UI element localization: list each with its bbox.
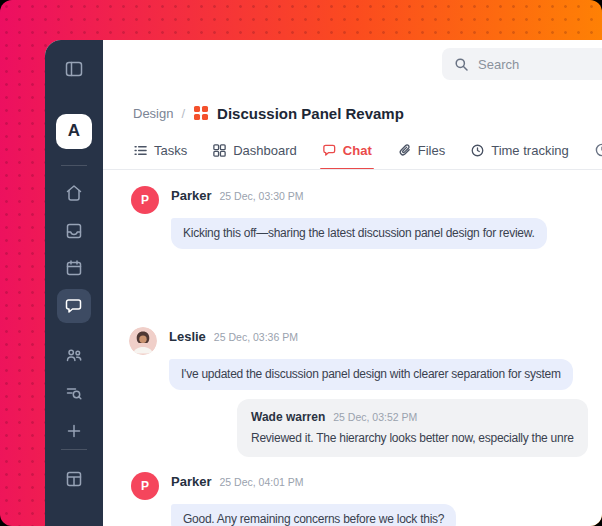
main-content: Design / Discussion Panel Revamp [103, 40, 602, 526]
reply-timestamp: 25 Dec, 03:52 PM [333, 411, 417, 423]
sidebar-divider [61, 165, 87, 166]
inbox-icon[interactable] [57, 214, 91, 248]
tab-files[interactable]: Files [397, 143, 445, 158]
history-clock-icon[interactable] [594, 142, 602, 158]
search-icon [454, 57, 468, 71]
message-bubble: Kicking this off—sharing the latest disc… [171, 218, 547, 249]
message-author: Parker [171, 188, 211, 203]
message: P Parker 25 Dec, 03:30 PM Kicking this o… [131, 188, 547, 249]
team-icon[interactable] [57, 339, 91, 373]
workspace-logo[interactable]: A [56, 114, 92, 150]
breadcrumb: Design / Discussion Panel Revamp [133, 104, 602, 122]
message: Leslie 25 Dec, 03:36 PM I've updated the… [129, 329, 573, 390]
tab-tasks[interactable]: Tasks [133, 143, 187, 158]
dashboard-grid-icon [212, 143, 227, 158]
project-grid-icon [193, 105, 209, 121]
message-bubble: I've updated the discussion panel design… [169, 359, 573, 390]
reply-bubble: Wade warren 25 Dec, 03:52 PM Reviewed it… [237, 399, 588, 457]
tab-dashboard[interactable]: Dashboard [212, 143, 297, 158]
paperclip-icon [397, 143, 412, 158]
message-author: Leslie [169, 329, 206, 344]
tab-chat[interactable]: Chat [322, 143, 372, 158]
message-author: Parker [171, 474, 211, 489]
message-timestamp: 25 Dec, 03:36 PM [214, 331, 298, 343]
board-icon[interactable] [57, 462, 91, 496]
tasks-list-icon [133, 143, 148, 158]
message-timestamp: 25 Dec, 04:01 PM [219, 476, 303, 488]
chat-area: P Parker 25 Dec, 03:30 PM Kicking this o… [103, 170, 602, 526]
breadcrumb-parent[interactable]: Design [133, 106, 173, 121]
message-bubble: Good. Any remaining concerns before we l… [171, 504, 456, 526]
search-input[interactable] [476, 56, 602, 73]
home-icon[interactable] [57, 176, 91, 210]
reply-author: Wade warren [251, 410, 325, 424]
topbar [103, 40, 602, 80]
calendar-icon[interactable] [57, 251, 91, 285]
message: P Parker 25 Dec, 04:01 PM Good. Any rema… [131, 474, 456, 526]
chat-icon[interactable] [57, 289, 91, 323]
sidebar: A [45, 40, 103, 526]
add-icon[interactable] [57, 414, 91, 448]
tabs-bar: Tasks Dashboard [103, 142, 602, 170]
sidebar-bottom-divider [61, 449, 87, 450]
avatar-leslie [129, 327, 157, 355]
page-title: Discussion Panel Revamp [217, 105, 404, 122]
search-bar[interactable] [442, 48, 602, 80]
chat-bubble-icon [322, 143, 337, 158]
app-window: A [45, 40, 602, 526]
tab-time-tracking[interactable]: Time tracking [470, 143, 569, 158]
gradient-backdrop: A [0, 0, 602, 526]
search-list-icon[interactable] [57, 376, 91, 410]
avatar-parker: P [131, 186, 159, 214]
message-timestamp: 25 Dec, 03:30 PM [219, 190, 303, 202]
panel-toggle-icon[interactable] [57, 52, 91, 86]
breadcrumb-separator: / [181, 106, 185, 121]
clock-icon [470, 143, 485, 158]
reply-text: Reviewed it. The hierarchy looks better … [251, 431, 574, 446]
avatar-parker: P [131, 472, 159, 500]
